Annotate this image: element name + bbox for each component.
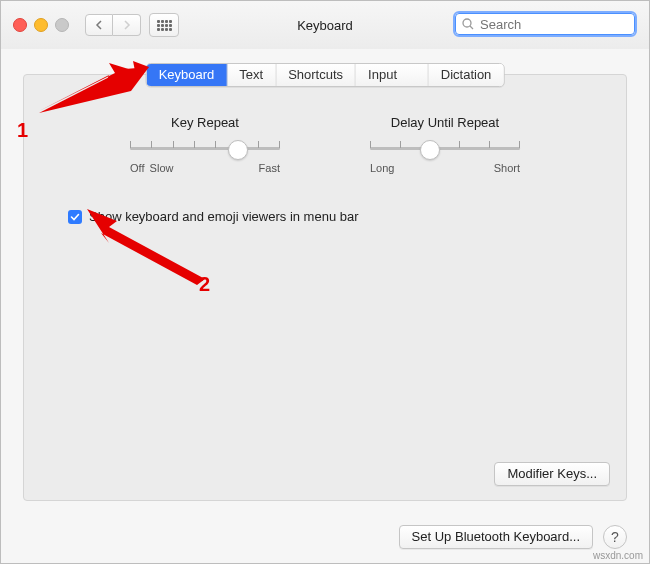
show-viewers-checkbox[interactable] [68, 210, 82, 224]
key-repeat-fast-label: Fast [259, 162, 280, 174]
zoom-window-button[interactable] [55, 18, 69, 32]
tab-keyboard[interactable]: Keyboard [147, 64, 228, 86]
key-repeat-thumb[interactable] [228, 140, 248, 160]
bluetooth-keyboard-button[interactable]: Set Up Bluetooth Keyboard... [399, 525, 593, 549]
window-body: KeyboardTextShortcutsInput SourcesDictat… [1, 49, 649, 563]
modifier-keys-button[interactable]: Modifier Keys... [494, 462, 610, 486]
show-viewers-label: Show keyboard and emoji viewers in menu … [89, 209, 359, 224]
delay-repeat-group: Delay Until Repeat Long Short [370, 115, 520, 174]
close-window-button[interactable] [13, 18, 27, 32]
tab-text[interactable]: Text [227, 64, 276, 86]
grid-icon [157, 20, 172, 31]
search-icon [461, 17, 475, 31]
nav-buttons [85, 14, 141, 36]
key-repeat-off-label: Off [130, 162, 144, 174]
forward-button[interactable] [113, 14, 141, 36]
chevron-right-icon [123, 20, 131, 30]
svg-line-1 [470, 26, 473, 29]
tab-dictation[interactable]: Dictation [429, 64, 504, 86]
search-field[interactable] [455, 13, 635, 35]
tab-bar: KeyboardTextShortcutsInput SourcesDictat… [146, 63, 505, 87]
tab-shortcuts[interactable]: Shortcuts [276, 64, 356, 86]
key-repeat-group: Key Repeat Off Slow Fast [130, 115, 280, 174]
key-repeat-label: Key Repeat [130, 115, 280, 130]
show-viewers-checkbox-row: Show keyboard and emoji viewers in menu … [68, 209, 626, 224]
help-button[interactable]: ? [603, 525, 627, 549]
minimize-window-button[interactable] [34, 18, 48, 32]
show-all-button[interactable] [149, 13, 179, 37]
delay-repeat-label: Delay Until Repeat [370, 115, 520, 130]
tab-input-sources[interactable]: Input Sources [356, 64, 429, 86]
footer-buttons: Set Up Bluetooth Keyboard... ? [399, 525, 627, 549]
svg-point-0 [463, 19, 471, 27]
delay-repeat-long-label: Long [370, 162, 394, 174]
window-controls [13, 18, 69, 32]
keyboard-preferences-window: Keyboard KeyboardTextShortcutsInput Sour… [0, 0, 650, 564]
checkmark-icon [70, 212, 80, 222]
watermark: wsxdn.com [593, 550, 643, 561]
titlebar: Keyboard [1, 1, 649, 50]
delay-repeat-thumb[interactable] [420, 140, 440, 160]
search-input[interactable] [455, 13, 635, 35]
back-button[interactable] [85, 14, 113, 36]
delay-repeat-slider[interactable] [370, 138, 520, 158]
keyboard-panel: KeyboardTextShortcutsInput SourcesDictat… [23, 74, 627, 501]
slider-row: Key Repeat Off Slow Fast Delay Until Rep… [24, 75, 626, 174]
key-repeat-slider[interactable] [130, 138, 280, 158]
key-repeat-slow-label: Slow [150, 162, 174, 174]
chevron-left-icon [95, 20, 103, 30]
delay-repeat-short-label: Short [494, 162, 520, 174]
